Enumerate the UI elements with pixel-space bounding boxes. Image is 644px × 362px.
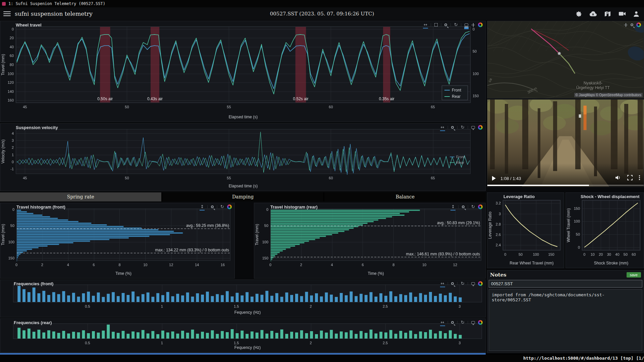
app-header: sufni suspension telemetry 00527.SST (20… bbox=[0, 7, 644, 20]
menu-icon[interactable] bbox=[3, 10, 11, 17]
bokeh-logo-icon[interactable] bbox=[478, 320, 483, 325]
user-icon[interactable] bbox=[633, 11, 639, 17]
wheel-zoom-icon[interactable] bbox=[631, 23, 633, 26]
cloud-upload-icon[interactable] bbox=[589, 11, 597, 17]
shock-wheel-chart[interactable] bbox=[566, 193, 644, 268]
frequencies-rear-chart[interactable] bbox=[0, 319, 485, 352]
chart-toolbar: ↔⦙ ⦙ ⦙ ↻⦙ bbox=[424, 22, 483, 27]
hover-icon[interactable] bbox=[465, 23, 468, 26]
travel-histogram-front-chart[interactable] bbox=[0, 203, 234, 278]
pan-x-icon[interactable]: ↔ bbox=[424, 22, 427, 27]
chart-toolbar: ↕⦙ ⦙ ↻ bbox=[200, 204, 232, 209]
video-panel: 1:08 / 1:43 bbox=[487, 99, 644, 187]
suspension-velocity-chart[interactable] bbox=[0, 124, 485, 191]
bokeh-logo-icon[interactable] bbox=[227, 204, 232, 209]
hover-icon[interactable] bbox=[471, 126, 475, 129]
settings-icon[interactable] bbox=[576, 11, 582, 17]
bokeh-logo-icon[interactable] bbox=[636, 22, 641, 27]
video-time: 1:08 / 1:43 bbox=[500, 176, 521, 181]
travel-histogram-rear-panel: Travel histogram (rear) ↕⦙ ⦙ ↻ bbox=[254, 203, 486, 279]
chart-toolbar: ↔⦙ ⦙ ↻⦙ bbox=[441, 320, 483, 325]
box-zoom-icon[interactable] bbox=[434, 23, 438, 26]
map-panel: Nyakaskő- Ürgehegy Helyi TT 300 m ca © J… bbox=[487, 21, 644, 99]
leverage-ratio-chart[interactable] bbox=[487, 193, 564, 268]
wheel-zoom-icon[interactable] bbox=[451, 126, 454, 129]
pan-y-icon[interactable]: ↕ bbox=[200, 204, 204, 209]
browser-tab-bar: 1: Sufni Suspenion Telemetry (00527.SST) bbox=[0, 0, 644, 7]
session-title: 00527.SST (2023. 05. 07. 09:16:26 UTC) bbox=[0, 11, 644, 17]
notes-panel: Notes save bbox=[487, 270, 644, 353]
video-camera-icon[interactable] bbox=[619, 11, 626, 17]
chart-toolbar: ↔⦙ ⦙ ↻⦙ bbox=[441, 125, 483, 130]
pan-y-icon[interactable]: ↕ bbox=[451, 204, 455, 209]
travel-histogram-rear-chart[interactable] bbox=[254, 203, 485, 278]
reset-icon[interactable]: ↻ bbox=[461, 320, 465, 325]
bokeh-logo-icon[interactable] bbox=[478, 204, 483, 209]
leverage-ratio-panel: Leverage Ratio bbox=[487, 192, 564, 268]
notes-textarea[interactable] bbox=[489, 289, 642, 351]
mode-tabs: Spring rate Damping Balance bbox=[0, 192, 486, 201]
wheel-zoom-icon[interactable] bbox=[444, 23, 447, 26]
status-url: http://localhost:5000/#/dashboard/13 [to… bbox=[523, 356, 644, 361]
volume-icon[interactable] bbox=[615, 175, 621, 182]
pan-x-icon[interactable]: ↔ bbox=[441, 320, 444, 325]
crosshair-icon[interactable] bbox=[471, 23, 475, 27]
wheel-zoom-icon[interactable] bbox=[451, 321, 454, 324]
travel-histogram-front-panel: Travel histogram (front) ↕⦙ ⦙ ↻ bbox=[0, 203, 235, 279]
reset-icon[interactable]: ↻ bbox=[454, 22, 458, 27]
bokeh-logo-icon[interactable] bbox=[478, 125, 483, 130]
shock-wheel-panel: Shock - Wheel displacement bbox=[566, 192, 644, 268]
notes-heading: Notes bbox=[490, 272, 506, 278]
map-attribution[interactable]: © JawgMaps © OpenStreetMap contributors bbox=[574, 93, 643, 97]
reset-icon[interactable]: ↻ bbox=[461, 125, 465, 130]
wheel-zoom-icon[interactable] bbox=[462, 205, 465, 208]
frequencies-front-chart[interactable] bbox=[0, 280, 485, 317]
frequencies-front-panel: Frequencies (front) ↔⦙ ⦙ ↻⦙ bbox=[0, 280, 486, 317]
map-toolbar bbox=[624, 22, 641, 27]
chart-toolbar: ↔⦙ ⦙ ↻⦙ bbox=[441, 281, 483, 286]
map-canvas[interactable] bbox=[487, 21, 644, 98]
tab-damping[interactable]: Damping bbox=[162, 192, 324, 201]
pan-x-icon[interactable]: ↔ bbox=[441, 125, 444, 130]
favicon bbox=[2, 2, 6, 6]
tab-title[interactable]: 1: Sufni Suspenion Telemetry (00527.SST) bbox=[8, 1, 105, 6]
app-title: sufni suspension telemetry bbox=[15, 10, 93, 17]
video-controls: 1:08 / 1:43 bbox=[487, 173, 644, 183]
wheel-travel-chart[interactable] bbox=[0, 21, 485, 122]
pan-icon[interactable] bbox=[624, 23, 628, 27]
bokeh-logo-icon[interactable] bbox=[478, 22, 483, 27]
bokeh-logo-icon[interactable] bbox=[478, 281, 483, 286]
frequencies-rear-panel: Frequencies (rear) ↔⦙ ⦙ ↻⦙ bbox=[0, 318, 486, 353]
wheel-zoom-icon[interactable] bbox=[451, 282, 454, 285]
wheel-travel-panel: Wheel travel ↔⦙ ⦙ ⦙ ↻⦙ bbox=[0, 21, 486, 122]
browser-status-bar: http://localhost:5000/#/dashboard/13 [to… bbox=[0, 355, 644, 362]
map-icon[interactable] bbox=[604, 11, 611, 17]
more-options-icon[interactable] bbox=[639, 175, 640, 182]
fullscreen-icon[interactable] bbox=[627, 175, 633, 182]
hover-icon[interactable] bbox=[471, 321, 475, 324]
video-progress-fill bbox=[487, 185, 589, 186]
wheel-zoom-icon[interactable] bbox=[211, 205, 214, 208]
dashboard: Wheel travel ↔⦙ ⦙ ⦙ ↻⦙ Suspension veloci… bbox=[0, 20, 644, 354]
play-icon[interactable] bbox=[492, 176, 496, 181]
tab-spring-rate[interactable]: Spring rate bbox=[0, 192, 161, 201]
session-name-input[interactable] bbox=[489, 280, 642, 288]
reset-icon[interactable]: ↻ bbox=[471, 204, 475, 209]
reset-icon[interactable]: ↻ bbox=[220, 204, 224, 209]
pan-x-icon[interactable]: ↔ bbox=[441, 281, 444, 286]
suspension-velocity-panel: Suspension velocity ↔⦙ ⦙ ↻⦙ bbox=[0, 123, 486, 191]
hover-icon[interactable] bbox=[471, 282, 475, 285]
chart-toolbar: ↕⦙ ⦙ ↻ bbox=[451, 204, 483, 209]
reset-icon[interactable]: ↻ bbox=[461, 281, 465, 286]
video-progress-bar[interactable] bbox=[487, 185, 644, 186]
save-button[interactable]: save bbox=[627, 272, 641, 278]
tab-balance[interactable]: Balance bbox=[324, 192, 486, 201]
